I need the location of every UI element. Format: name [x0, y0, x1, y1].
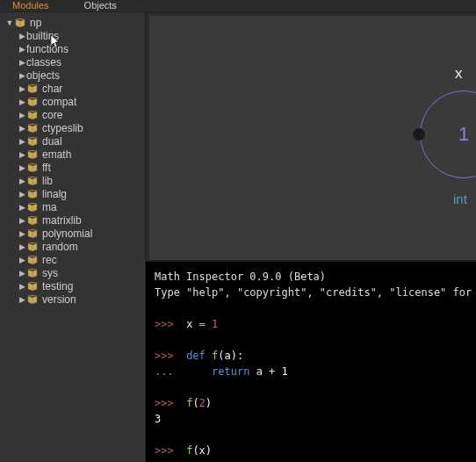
package-icon — [26, 281, 39, 292]
package-icon — [26, 162, 39, 173]
console-result: 3 — [155, 413, 161, 425]
chevron-down-icon: ▼ — [5, 18, 14, 27]
package-icon — [26, 123, 39, 134]
tree-label: random — [42, 241, 78, 253]
tree-item-fft[interactable]: ▶fft — [0, 161, 145, 174]
tree-label: classes — [26, 56, 61, 69]
tree-item-ma[interactable]: ▶ma — [0, 200, 145, 213]
tree-item-dual[interactable]: ▶dual — [0, 134, 145, 148]
tree-label: rec — [42, 254, 57, 266]
chevron-right-icon: ▶ — [18, 229, 26, 238]
console-banner-1: Math Inspector 0.9.0 (Beta) — [155, 271, 326, 283]
tree-item-version[interactable]: ▶version — [0, 292, 145, 306]
tree-item-functions[interactable]: ▶functions — [0, 42, 145, 55]
tree-label: lib — [42, 175, 53, 187]
package-icon — [26, 97, 39, 107]
prompt-icon: >>> — [155, 318, 174, 330]
prompt-icon: >>> — [155, 350, 174, 362]
chevron-right-icon: ▶ — [18, 111, 26, 119]
tab-bar: Modules Objects — [0, 0, 476, 12]
package-icon — [26, 255, 39, 265]
console[interactable]: Math Inspector 0.9.0 (Beta) Type "help",… — [146, 260, 476, 462]
tree-item-testing[interactable]: ▶testing — [0, 279, 145, 292]
console-text: a + 1 — [256, 365, 288, 378]
chevron-right-icon: ▶ — [18, 71, 26, 80]
package-icon — [26, 228, 39, 239]
tree-label: fft — [42, 162, 51, 174]
tree-label: matrixlib — [42, 214, 82, 227]
tree-label: polynomial — [42, 227, 92, 240]
chevron-right-icon: ▶ — [18, 177, 26, 185]
package-icon — [26, 294, 39, 305]
tree-item-objects[interactable]: ▶objects — [0, 69, 145, 82]
tree-label: linalg — [42, 188, 67, 200]
chevron-right-icon: ▶ — [18, 163, 26, 172]
tree-item-emath[interactable]: ▶emath — [0, 148, 145, 161]
console-text: return — [212, 365, 249, 378]
chevron-right-icon: ▶ — [18, 242, 26, 251]
tree-item-random[interactable]: ▶random — [0, 240, 145, 253]
node-circle[interactable]: 1 — [420, 90, 476, 178]
package-icon — [26, 268, 39, 278]
console-text: = — [199, 318, 206, 330]
chevron-right-icon: ▶ — [18, 124, 26, 133]
package-icon — [26, 202, 39, 213]
chevron-right-icon: ▶ — [18, 32, 26, 40]
tree-label: ma — [42, 201, 57, 213]
chevron-right-icon: ▶ — [18, 84, 26, 93]
tree-label: emath — [42, 148, 71, 161]
tree-item-compat[interactable]: ▶compat — [0, 95, 145, 108]
tree-item-builtins[interactable]: ▶builtins — [0, 29, 145, 42]
console-text: x — [186, 318, 192, 330]
tree-item-matrixlib[interactable]: ▶matrixlib — [0, 213, 145, 227]
console-text: ( — [192, 444, 198, 457]
package-icon — [26, 136, 39, 147]
tree-label: compat — [42, 96, 76, 108]
package-icon — [26, 189, 39, 199]
package-icon — [26, 149, 39, 160]
tree-item-ctypeslib[interactable]: ▶ctypeslib — [0, 121, 145, 134]
chevron-right-icon: ▶ — [18, 137, 26, 146]
tree-label: sys — [42, 267, 58, 279]
console-banner-2: Type "help", "copyright", "credits", "li… — [155, 286, 476, 299]
console-text: x — [199, 444, 206, 457]
chevron-right-icon: ▶ — [18, 58, 26, 67]
node-port-left[interactable] — [413, 128, 425, 141]
tree-item-core[interactable]: ▶core — [0, 108, 145, 121]
prompt-icon: >>> — [155, 444, 174, 457]
tree-root-np[interactable]: ▼ np — [0, 16, 145, 29]
tree-item-polynomial[interactable]: ▶polynomial — [0, 227, 145, 240]
node-type-label: int — [453, 191, 467, 206]
tree-item-lib[interactable]: ▶lib — [0, 174, 145, 187]
tab-objects[interactable]: Objects — [84, 0, 117, 11]
tree-label: builtins — [26, 30, 59, 42]
module-tree[interactable]: ▼ np ▶builtins▶functions▶classes▶objects… — [0, 12, 146, 462]
tree-label: functions — [26, 43, 69, 55]
chevron-right-icon: ▶ — [18, 269, 26, 278]
node-canvas[interactable]: x 1 int — [146, 12, 476, 260]
chevron-right-icon: ▶ — [18, 295, 26, 304]
tree-label: core — [42, 109, 62, 121]
tab-modules[interactable]: Modules — [12, 0, 49, 11]
package-icon — [14, 18, 26, 28]
tree-item-sys[interactable]: ▶sys — [0, 266, 145, 279]
chevron-right-icon: ▶ — [18, 150, 26, 159]
tree-label: objects — [26, 69, 60, 82]
tree-item-classes[interactable]: ▶classes — [0, 55, 145, 69]
tree-item-rec[interactable]: ▶rec — [0, 253, 145, 266]
prompt-icon: >>> — [155, 397, 174, 409]
package-icon — [26, 83, 39, 94]
package-icon — [26, 242, 39, 252]
chevron-right-icon: ▶ — [18, 203, 26, 212]
chevron-right-icon: ▶ — [18, 190, 26, 199]
tree-label: np — [30, 17, 41, 29]
console-text: 1 — [212, 318, 218, 330]
package-icon — [26, 215, 39, 226]
chevron-right-icon: ▶ — [18, 216, 26, 225]
console-text: (a): — [218, 350, 243, 362]
tree-item-linalg[interactable]: ▶linalg — [0, 187, 145, 200]
console-text: ) — [206, 397, 212, 409]
tree-item-char[interactable]: ▶char — [0, 82, 145, 95]
console-text: ( — [192, 397, 198, 409]
continuation-icon: ... — [155, 365, 174, 378]
